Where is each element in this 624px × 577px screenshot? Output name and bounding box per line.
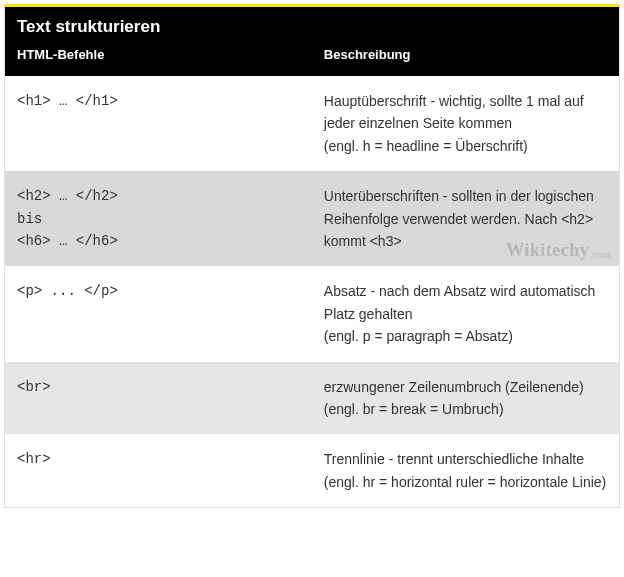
column-headers: HTML-Befehle Beschreibung <box>17 47 607 62</box>
desc-cell: Hauptüberschrift - wichtig, sollte 1 mal… <box>324 90 607 157</box>
code-cell: <h2> … </h2> bis <h6> … </h6> <box>17 185 324 252</box>
card-header: Text strukturieren HTML-Befehle Beschrei… <box>5 7 619 76</box>
column-header-right: Beschreibung <box>324 47 607 62</box>
desc-cell: Trennlinie - trennt unterschiedliche Inh… <box>324 448 607 493</box>
table-row: <h1> … </h1> Hauptüberschrift - wichtig,… <box>5 76 619 171</box>
table-row: <h2> … </h2> bis <h6> … </h6> Unterübers… <box>5 171 619 266</box>
table-row: <hr> Trennlinie - trennt unterschiedlich… <box>5 434 619 507</box>
desc-cell: erzwungener Zeilenumbruch (Zeilenende) (… <box>324 376 607 421</box>
reference-card: Text strukturieren HTML-Befehle Beschrei… <box>4 4 620 508</box>
code-cell: <h1> … </h1> <box>17 90 324 157</box>
code-cell: <br> <box>17 376 324 421</box>
code-cell: <p> ... </p> <box>17 280 324 347</box>
table-row: <br> erzwungener Zeilenumbruch (Zeilenen… <box>5 362 619 435</box>
table-row: <p> ... </p> Absatz - nach dem Absatz wi… <box>5 266 619 361</box>
desc-cell: Absatz - nach dem Absatz wird automatisc… <box>324 280 607 347</box>
code-cell: <hr> <box>17 448 324 493</box>
desc-cell: Unterüberschriften - sollten in der logi… <box>324 185 607 252</box>
column-header-left: HTML-Befehle <box>17 47 324 62</box>
card-title: Text strukturieren <box>17 17 607 37</box>
